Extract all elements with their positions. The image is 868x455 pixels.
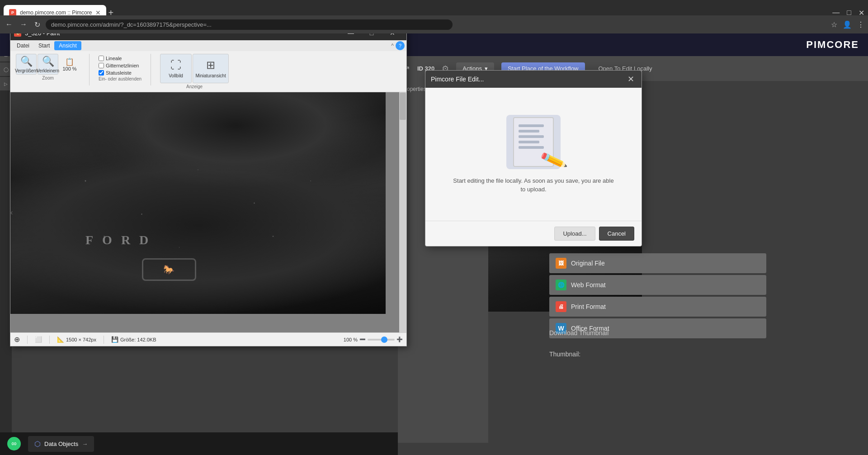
menu-icon[interactable]: ⋮	[857, 20, 864, 29]
address-bar-row: ← → ↻ demo.pimcore.com/admin/?_dc=160389…	[0, 15, 868, 33]
zoom-in-icon: 🔍	[20, 56, 33, 67]
doc-lines	[519, 124, 548, 149]
forward-button[interactable]: →	[18, 19, 29, 30]
toolbar-divider-1	[89, 54, 90, 85]
statusleiste-input[interactable]	[99, 70, 104, 76]
zoom-group-label: Zoom	[16, 76, 80, 81]
data-objects-icon: ⬡	[34, 440, 41, 448]
status-divider-1	[27, 336, 28, 344]
pimcore-infinity-icon: ∞	[11, 440, 16, 448]
lineale-checkbox[interactable]: Lineale	[99, 56, 142, 61]
zoom-percent-icon: 📋	[65, 57, 74, 66]
zoom-slider-thumb[interactable]	[381, 337, 387, 343]
gitternetzlinien-input[interactable]	[99, 63, 104, 68]
dialog-close-button[interactable]: ✕	[625, 74, 636, 85]
status-divider-3	[104, 336, 104, 344]
paint-canvas-image: FORD 🐎	[10, 92, 386, 314]
paint-menu-datei[interactable]: Datei	[12, 41, 34, 50]
zoom-out-icon: 🔍	[42, 56, 54, 67]
dialog-body: ✏️ Start editing the file locally. As so…	[425, 88, 642, 221]
data-objects-button[interactable]: ⬡ Data Objects →	[28, 436, 94, 452]
zoom-status-value: 100 %	[344, 337, 358, 342]
zoom-percent-button[interactable]: 📋 100 %	[59, 54, 80, 75]
lineale-input[interactable]	[99, 56, 104, 61]
ford-text: FORD	[85, 233, 157, 247]
doc-line-1	[519, 124, 544, 127]
print-format-label: Print Format	[571, 303, 606, 310]
doc-line-3	[519, 135, 544, 138]
pimcore-bottom-icon: ∞	[7, 437, 21, 450]
dialog-footer: Upload... Cancel	[425, 221, 642, 246]
dialog-title: Pimcore File Edit...	[431, 76, 625, 83]
paint-toolbar: 🔍 Vergrößern 🔍 Verkleinern 📋 100 % Zoom	[10, 51, 406, 92]
zoom-minus-button[interactable]: ➖	[359, 337, 366, 342]
paint-help-button[interactable]: ?	[396, 41, 405, 50]
data-objects-label: Data Objects	[44, 441, 78, 447]
vollbild-label: Vollbild	[169, 73, 183, 78]
vollbild-button[interactable]: ⛶ Vollbild	[160, 54, 192, 83]
zoom-plus-button[interactable]: ➕	[396, 337, 403, 342]
vollbild-icon: ⛶	[170, 59, 181, 71]
mustang-icon: 🐎	[163, 264, 175, 275]
miniaturansicht-button[interactable]: ⊞ Miniaturansicht	[193, 54, 229, 83]
scroll-handle-left[interactable]: ‹	[10, 209, 13, 217]
address-input[interactable]: demo.pimcore.com/admin/?_dc=1603897175&p…	[46, 19, 453, 30]
lineale-label: Lineale	[106, 56, 122, 61]
dialog-titlebar: Pimcore File Edit... ✕	[425, 71, 642, 88]
zoom-percent-label: 100 %	[62, 66, 76, 71]
doc-line-2	[519, 130, 539, 133]
print-format-icon: 🖨	[556, 301, 566, 312]
zoom-status: 100 % ➖ ➕	[344, 337, 403, 342]
zoom-out-button[interactable]: 🔍 Verkleinern	[38, 54, 58, 75]
water-drops-layer	[10, 92, 386, 314]
bookmark-icon[interactable]: ☆	[831, 20, 837, 29]
mustang-badge: 🐎	[142, 258, 196, 281]
dialog-message: Start editing the file locally. As soon …	[452, 176, 615, 194]
data-objects-arrow-icon: →	[82, 441, 88, 447]
gitternetzlinien-checkbox[interactable]: Gitternetzlinien	[99, 63, 142, 68]
thumbnail-label: Thumbnail:	[549, 351, 580, 358]
original-file-icon: 🖼	[556, 258, 566, 269]
profile-icon[interactable]: 👤	[843, 20, 852, 29]
print-format-item[interactable]: 🖨 Print Format	[549, 297, 766, 317]
paint-canvas[interactable]: ‹ FORD 🐎 ›	[10, 92, 406, 332]
scrollbar-thumb[interactable]	[400, 93, 406, 120]
large-view-buttons: ⛶ Vollbild ⊞ Miniaturansicht	[160, 54, 229, 83]
paint-menu-bar: Datei Start Ansicht ^ ?	[10, 40, 406, 51]
miniaturansicht-icon: ⊞	[206, 59, 215, 71]
statusleiste-checkbox[interactable]: Statusleiste	[99, 70, 142, 76]
original-file-item[interactable]: 🖼 Original File	[549, 253, 766, 273]
zoom-out-label: Verkleinern	[37, 68, 59, 73]
zoom-group: 🔍 Vergrößern 🔍 Verkleinern 📋 100 % Zoom	[16, 54, 80, 81]
reload-button[interactable]: ↻	[33, 19, 42, 31]
pimcore-logo: PIMCORE	[806, 39, 859, 51]
cancel-button[interactable]: Cancel	[599, 227, 634, 241]
image-size-value: 1500 × 742px	[66, 337, 96, 342]
image-size-icon: 📐	[57, 336, 64, 343]
zoom-in-button[interactable]: 🔍 Vergrößern	[16, 54, 37, 75]
tab-title: demo.pimcore.com :: Pimcore	[20, 9, 92, 16]
upload-button[interactable]: Upload...	[554, 227, 595, 241]
file-size-icon: 💾	[111, 336, 118, 343]
view-checkboxes: Lineale Gitternetzlinien Statusleiste	[99, 54, 142, 76]
back-button[interactable]: ←	[4, 19, 14, 30]
bottom-taskbar: ∞ ⬡ Data Objects →	[0, 432, 398, 455]
zoom-slider[interactable]	[368, 339, 395, 341]
paint-menu-start[interactable]: Start	[34, 41, 54, 50]
file-edit-dialog: Pimcore File Edit... ✕ ✏️ Start edi	[425, 70, 642, 246]
ribbon-collapse-icon[interactable]: ^	[391, 43, 394, 49]
vertical-scrollbar[interactable]	[399, 92, 406, 332]
gitternetzlinien-label: Gitternetzlinien	[106, 63, 139, 68]
image-size-status: 📐 1500 × 742px	[57, 336, 96, 343]
statusleiste-label: Statusleiste	[106, 70, 132, 76]
show-hide-label: Ein- oder ausblenden	[99, 76, 142, 81]
browser-icons: ☆ 👤 ⋮	[831, 20, 864, 29]
paint-menu-ansicht[interactable]: Ansicht	[54, 41, 81, 50]
file-size-value: Größe: 142.0KB	[120, 337, 156, 342]
file-size-status: 💾 Größe: 142.0KB	[111, 336, 156, 343]
edit-icon-illustration: ✏️	[506, 115, 561, 169]
web-format-item[interactable]: 🌐 Web Format	[549, 275, 766, 295]
web-format-icon: 🌐	[556, 280, 566, 290]
zoom-buttons: 🔍 Vergrößern 🔍 Verkleinern 📋 100 %	[16, 54, 80, 75]
anzeige-label: Anzeige	[160, 84, 229, 89]
